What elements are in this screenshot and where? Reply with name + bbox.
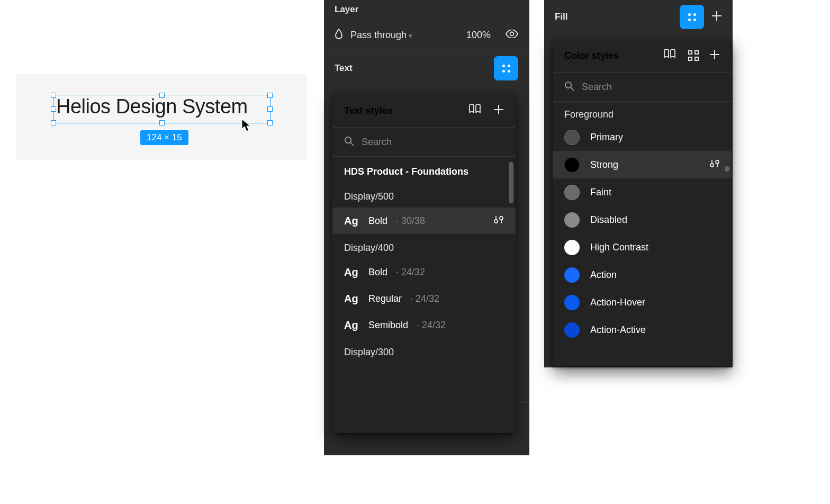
color-styles-title: Color styles [564, 50, 619, 61]
search-icon [344, 136, 354, 148]
text-style-item[interactable]: Ag Regular · 24/32 [332, 285, 516, 312]
color-style-label: Action [590, 269, 617, 281]
layer-section-title: Layer [335, 4, 358, 15]
visibility-toggle-icon[interactable] [506, 30, 518, 41]
color-swatch [564, 212, 580, 228]
color-swatch [564, 130, 580, 145]
blend-mode-select[interactable]: Pass through▾ [350, 30, 412, 41]
text-style-meta: · 30/38 [396, 215, 425, 227]
svg-point-5 [710, 164, 714, 167]
color-swatch [564, 322, 580, 338]
text-style-preview: Ag [344, 266, 360, 278]
text-style-meta: · 24/32 [410, 293, 439, 304]
text-section-title: Text [335, 63, 353, 74]
svg-point-6 [716, 160, 719, 164]
resize-handle-br[interactable] [267, 120, 273, 125]
add-style-button[interactable] [493, 104, 504, 118]
opacity-input[interactable]: 100% [466, 30, 491, 41]
blend-drop-icon [335, 29, 343, 42]
text-style-group[interactable]: Display/400 [332, 234, 516, 259]
text-style-label: Regular [368, 293, 402, 304]
blend-mode-row: Pass through▾ 100% [324, 24, 529, 51]
text-style-item[interactable]: Ag Semibold · 24/32 [332, 312, 516, 338]
text-styles-search-row [332, 127, 516, 157]
color-style-item[interactable]: Disabled [553, 206, 732, 233]
color-style-label: Strong [590, 159, 618, 170]
color-swatch [564, 295, 580, 310]
text-styles-title: Text styles [344, 105, 393, 116]
style-settings-icon[interactable] [709, 158, 720, 172]
text-style-preview: Ag [344, 293, 360, 305]
color-styles-popover: Color styles Foreground Primary Stro [553, 39, 732, 366]
color-style-picker-button[interactable] [680, 5, 704, 29]
color-style-item[interactable]: Strong [553, 151, 732, 178]
style-settings-icon[interactable] [493, 214, 504, 228]
color-style-item[interactable]: Action-Active [553, 316, 732, 344]
selection-dimensions-badge: 124 × 15 [140, 130, 188, 145]
text-style-picker-button[interactable] [494, 56, 518, 80]
layer-section-header: Layer [324, 0, 529, 24]
color-swatch [564, 267, 580, 283]
color-style-label: Disabled [590, 214, 627, 226]
text-style-label: Semibold [368, 320, 408, 331]
text-style-preview: Ag [344, 319, 360, 331]
resize-handle-tm[interactable] [159, 93, 165, 98]
svg-point-3 [500, 217, 503, 220]
color-swatch [564, 240, 580, 255]
library-icon[interactable] [664, 49, 678, 62]
fill-section-header: Fill [544, 0, 733, 34]
resize-handle-mr[interactable] [267, 106, 273, 112]
resize-handle-tl[interactable] [51, 93, 56, 98]
text-style-meta: · 24/32 [417, 320, 446, 331]
color-style-label: Action-Hover [590, 297, 645, 308]
color-style-label: Primary [590, 132, 623, 143]
selection-bounding-box[interactable]: Helios Design System [53, 95, 270, 123]
text-style-preview: Ag [344, 215, 360, 227]
cursor-icon [241, 119, 253, 134]
color-styles-search-row [553, 72, 732, 102]
color-style-item[interactable]: Faint [553, 178, 732, 206]
library-icon[interactable] [469, 104, 483, 118]
color-styles-scrollbar[interactable] [725, 166, 729, 172]
four-dots-icon [502, 65, 510, 73]
color-style-item[interactable]: Action-Hover [553, 289, 732, 316]
svg-point-2 [494, 220, 498, 223]
text-styles-library-name: HDS Product - Foundations [332, 157, 516, 183]
resize-handle-bm[interactable] [159, 120, 165, 125]
color-style-item[interactable]: High Contrast [553, 233, 732, 261]
resize-handle-tr[interactable] [267, 93, 273, 98]
color-swatch [564, 157, 580, 173]
add-color-style-button[interactable] [709, 49, 720, 62]
fill-section-title: Fill [555, 12, 568, 22]
color-style-label: High Contrast [590, 242, 648, 253]
text-styles-scrollbar[interactable] [509, 162, 513, 203]
text-style-item[interactable]: Ag Bold · 24/32 [332, 259, 516, 285]
search-icon [564, 81, 574, 93]
resize-handle-bl[interactable] [51, 120, 56, 125]
color-style-item[interactable]: Primary [553, 123, 732, 151]
text-style-group[interactable]: Display/500 [332, 183, 516, 208]
color-style-label: Faint [590, 187, 611, 198]
color-category-title[interactable]: Foreground [553, 102, 732, 123]
chevron-down-icon: ▾ [409, 32, 412, 40]
text-style-label: Bold [368, 215, 387, 227]
color-swatch [564, 185, 580, 200]
color-style-label: Action-Active [590, 325, 646, 336]
text-section-header: Text [324, 51, 529, 85]
text-styles-popover: Text styles HDS Product - Foundations Di… [332, 94, 516, 433]
color-style-item[interactable]: Action [553, 261, 732, 289]
svg-point-1 [345, 137, 351, 142]
resize-handle-ml[interactable] [51, 106, 56, 112]
text-style-item[interactable]: Ag Bold · 30/38 [332, 208, 516, 234]
four-dots-icon [688, 13, 696, 21]
add-fill-button[interactable] [711, 11, 722, 24]
text-styles-search-input[interactable] [362, 137, 504, 148]
grid-view-icon[interactable] [688, 50, 699, 61]
text-style-group[interactable]: Display/300 [332, 338, 516, 363]
text-style-label: Bold [368, 267, 387, 278]
text-styles-list[interactable]: HDS Product - Foundations Display/500 Ag… [332, 157, 516, 433]
color-styles-list[interactable]: Foreground Primary Strong Faint Disabled… [553, 102, 732, 366]
color-styles-search-input[interactable] [582, 82, 720, 93]
text-style-meta: · 24/32 [396, 267, 425, 278]
selected-text-layer[interactable]: Helios Design System [53, 94, 250, 119]
